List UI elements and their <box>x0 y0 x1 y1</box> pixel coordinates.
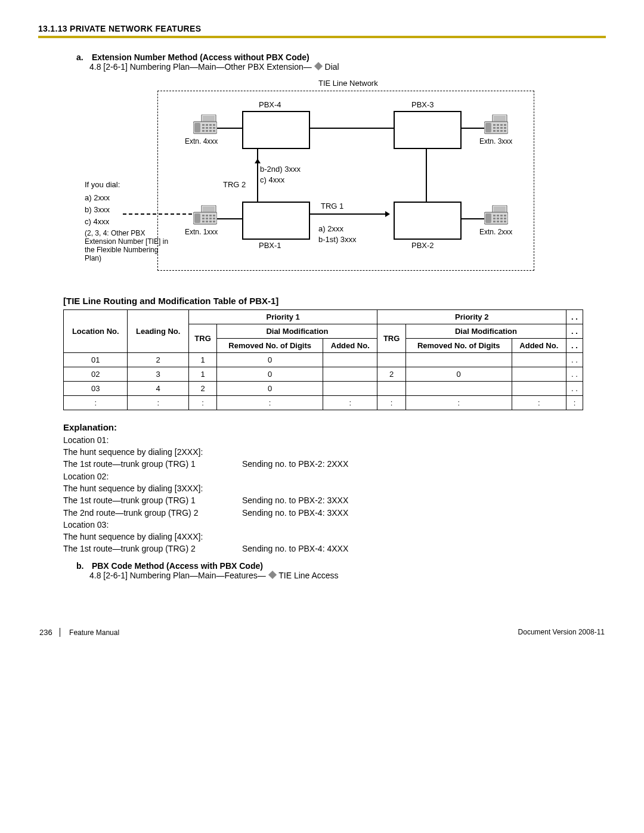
item-b: b. PBX Code Method (Access with PBX Code… <box>76 561 606 580</box>
phone-icon <box>484 205 508 225</box>
a2-label: a) 2xxx <box>318 224 343 233</box>
c4-label: c) 4xxx <box>260 175 284 184</box>
th-trg2: TRG <box>377 324 405 353</box>
th-location: Location No. <box>64 310 128 353</box>
pbx3-label: PBX-3 <box>411 100 434 109</box>
loc01-hunt: The hunt sequence by dialing [2XXX]: <box>63 446 606 458</box>
trg1-label: TRG 1 <box>321 202 343 210</box>
item-b-label: b. <box>76 561 89 571</box>
b1st-label: b-1st) 3xxx <box>318 235 357 244</box>
loc02-route2-left: The 2nd route—trunk group (TRG) 2 <box>63 507 242 519</box>
th-trg1: TRG <box>188 324 216 353</box>
pbx4-label: PBX-4 <box>259 100 281 109</box>
diagram-title: TIE Line Network <box>318 79 378 88</box>
phone-icon <box>193 114 217 135</box>
loc01-label: Location 01: <box>63 434 606 446</box>
item-b-text-suffix: TIE Line Access <box>278 571 338 580</box>
item-b-text-prefix: 4.8 [2-6-1] Numbering Plan—Main—Features… <box>89 571 266 580</box>
table-row: 03 4 2 0 . . <box>64 382 583 396</box>
loc02-hunt: The hunt sequence by dialing [3XXX]: <box>63 482 606 494</box>
th-dots: . . <box>566 339 583 353</box>
loc03-route1-left: The 1st route—trunk group (TRG) 2 <box>63 543 242 555</box>
table-row: 02 3 1 0 2 0 . . <box>64 367 583 382</box>
loc02-label: Location 02: <box>63 470 606 482</box>
diamond-icon <box>268 571 277 579</box>
th-add1: Added No. <box>323 339 377 353</box>
item-a-text-prefix: 4.8 [2-6-1] Numbering Plan—Main—Other PB… <box>89 62 312 72</box>
th-mod2: Dial Modification <box>405 324 566 339</box>
th-priority2: Priority 2 <box>377 310 566 324</box>
th-rem2: Removed No. of Digits <box>405 339 512 353</box>
page-number: 236 <box>39 628 60 637</box>
loc02-route1-right: Sending no. to PBX-2: 3XXX <box>242 494 606 506</box>
loc02-route2-right: Sending no. to PBX-4: 3XXX <box>242 507 606 519</box>
th-leading: Leading No. <box>128 310 188 353</box>
ifdial-label: If you dial: <box>85 180 120 189</box>
tie-line-diagram: TIE Line Network PBX-4 Extn. 4xxx PBX-3 … <box>80 79 545 281</box>
section-rule <box>38 36 606 38</box>
th-priority1: Priority 1 <box>188 310 377 324</box>
loc03-hunt: The hunt sequence by dialing [4XXX]: <box>63 531 606 543</box>
loc01-route1-left: The 1st route—trunk group (TRG) 1 <box>63 458 242 470</box>
manual-name: Feature Manual <box>69 628 119 637</box>
diamond-icon <box>314 62 323 70</box>
phone-icon <box>193 205 217 225</box>
explanation-heading: Explanation: <box>63 421 606 434</box>
th-rem1: Removed No. of Digits <box>217 339 323 353</box>
item-a-label: a. <box>76 52 89 62</box>
ext4-label: Extn. 4xxx <box>185 137 218 145</box>
opt-b: b) 3xxx <box>85 205 110 214</box>
item-a-title: Extension Number Method (Access without … <box>92 52 309 62</box>
loc02-route1-left: The 1st route—trunk group (TRG) 1 <box>63 494 242 506</box>
ext2-label: Extn. 2xxx <box>479 228 512 236</box>
th-mod1: Dial Modification <box>217 324 377 339</box>
table-row: 01 2 1 0 . . <box>64 353 583 367</box>
phone-icon <box>484 114 508 135</box>
loc03-label: Location 03: <box>63 519 606 531</box>
item-a-text-suffix: Dial <box>325 62 339 72</box>
item-a-body: 4.8 [2-6-1] Numbering Plan—Main—Other PB… <box>89 62 606 72</box>
b2nd-label: b-2nd) 3xxx <box>260 165 301 174</box>
item-b-body: 4.8 [2-6-1] Numbering Plan—Main—Features… <box>89 571 606 580</box>
table-title: [TIE Line Routing and Modification Table… <box>63 296 606 306</box>
ext1-label: Extn. 1xxx <box>185 228 218 236</box>
explanation-block: Explanation: Location 01: The hunt seque… <box>63 421 606 555</box>
loc03-route1-right: Sending no. to PBX-4: 4XXX <box>242 543 606 555</box>
opt-a: a) 2xxx <box>85 193 110 202</box>
page-footer: 236 Feature Manual Document Version 2008… <box>38 628 606 637</box>
th-add2: Added No. <box>512 339 566 353</box>
routing-table: Location No. Leading No. Priority 1 Prio… <box>63 309 583 410</box>
pbx1-label: PBX-1 <box>259 241 281 250</box>
section-heading: 13.1.13 PRIVATE NETWORK FEATURES <box>38 24 606 33</box>
ext3-label: Extn. 3xxx <box>479 137 512 145</box>
opt-c: c) 4xxx <box>85 217 109 226</box>
loc01-route1-right: Sending no. to PBX-2: 2XXX <box>242 458 606 470</box>
item-b-title: PBX Code Method (Access with PBX Code) <box>92 561 263 571</box>
th-dots: . . <box>566 324 583 339</box>
trg2-label: TRG 2 <box>223 180 246 189</box>
diagram-note: (2, 3, 4: Other PBX Extension Number [TI… <box>85 229 174 262</box>
table-row: : : : : : : : : : <box>64 396 583 410</box>
item-a: a. Extension Number Method (Access witho… <box>76 52 606 72</box>
th-dots: . . <box>566 310 583 324</box>
pbx2-label: PBX-2 <box>411 241 434 250</box>
doc-version: Document Version 2008-11 <box>518 628 605 636</box>
